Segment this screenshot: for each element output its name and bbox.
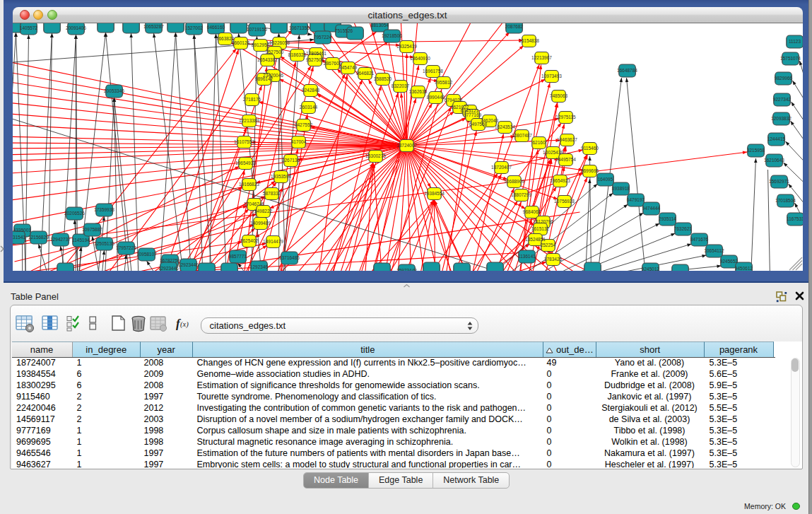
svg-text:16210643: 16210643	[764, 158, 784, 163]
svg-text:164095: 164095	[597, 177, 613, 182]
svg-text:20091406: 20091406	[66, 25, 86, 30]
svg-text:(x): (x)	[180, 320, 189, 329]
svg-text:6479197: 6479197	[626, 197, 645, 202]
svg-text:15692971: 15692971	[769, 179, 789, 184]
svg-text:19384554: 19384554	[424, 191, 445, 196]
svg-text:9474444: 9474444	[642, 206, 660, 211]
svg-text:1615132: 1615132	[531, 226, 549, 231]
svg-text:12213967: 12213967	[531, 55, 552, 60]
svg-text:8471676: 8471676	[690, 237, 708, 242]
svg-text:15923448: 15923448	[396, 268, 417, 271]
svg-text:11123: 11123	[788, 39, 800, 44]
svg-text:8660124: 8660124	[231, 40, 249, 45]
svg-text:9699695: 9699695	[580, 168, 599, 173]
svg-text:16154838: 16154838	[519, 38, 539, 43]
svg-text:9646821: 9646821	[355, 71, 374, 76]
svg-text:10807487: 10807487	[512, 133, 532, 138]
svg-text:14914479: 14914479	[263, 239, 283, 244]
svg-text:9896142: 9896142	[254, 76, 273, 81]
svg-text:18720407: 18720407	[491, 165, 512, 170]
svg-text:19654933: 19654933	[235, 160, 256, 165]
svg-text:14325419: 14325419	[396, 44, 417, 49]
svg-text:9829966: 9829966	[774, 76, 792, 81]
svg-text:252254: 252254	[540, 243, 555, 247]
svg-text:16961758: 16961758	[423, 69, 443, 74]
svg-text:19463627: 19463627	[557, 137, 577, 142]
svg-text:10654112: 10654112	[704, 248, 724, 253]
svg-text:5878332: 5878332	[262, 191, 281, 196]
svg-text:1136141: 1136141	[518, 254, 536, 259]
svg-text:8454749: 8454749	[339, 65, 357, 70]
svg-text:10973493: 10973493	[541, 74, 562, 78]
svg-text:7625402: 7625402	[240, 238, 258, 243]
svg-text:12975115: 12975115	[555, 115, 576, 119]
svg-text:17957223: 17957223	[116, 245, 136, 250]
svg-text:2087682: 2087682	[505, 24, 523, 29]
svg-text:20206526: 20206526	[64, 211, 85, 216]
svg-text:4335001: 4335001	[13, 228, 31, 233]
svg-text:9245012: 9245012	[641, 267, 659, 271]
svg-text:17046746: 17046746	[244, 201, 264, 206]
svg-text:20053346: 20053346	[104, 88, 124, 93]
svg-text:10756928: 10756928	[554, 199, 575, 204]
svg-text:1405572: 1405572	[19, 25, 37, 30]
svg-text:2718176: 2718176	[242, 97, 261, 102]
svg-text:1527002: 1527002	[184, 25, 203, 30]
svg-text:16782759: 16782759	[160, 258, 180, 263]
svg-text:1292346: 1292346	[249, 264, 268, 269]
svg-text:1783426: 1783426	[543, 257, 562, 262]
svg-text:18640910: 18640910	[410, 56, 430, 61]
svg-text:12213389: 12213389	[239, 118, 259, 123]
svg-text:16648784: 16648784	[617, 68, 637, 73]
svg-text:17359938: 17359938	[94, 207, 114, 212]
svg-text:12942737: 12942737	[50, 237, 71, 242]
svg-text:7485063: 7485063	[549, 93, 567, 98]
svg-text:8322037: 8322037	[391, 83, 409, 88]
svg-text:417004: 417004	[290, 139, 306, 144]
svg-text:16543382: 16543382	[257, 57, 278, 62]
svg-text:15300275: 15300275	[365, 153, 386, 158]
svg-text:8427552: 8427552	[294, 122, 312, 127]
svg-text:1244415: 1244415	[767, 136, 785, 141]
svg-text:13226058: 13226058	[269, 40, 290, 45]
svg-text:12093832: 12093832	[771, 116, 792, 121]
svg-text:9242848: 9242848	[301, 88, 319, 93]
svg-text:19218506: 19218506	[382, 33, 402, 38]
svg-text:2603144: 2603144	[299, 105, 317, 110]
svg-text:8813054: 8813054	[370, 23, 389, 28]
svg-text:8912954: 8912954	[251, 42, 269, 47]
svg-text:18724007: 18724007	[396, 143, 417, 148]
svg-text:10025438: 10025438	[543, 150, 563, 155]
svg-text:9527508: 9527508	[305, 57, 324, 62]
svg-text:9450612: 9450612	[734, 266, 753, 271]
svg-text:7462043: 7462043	[480, 118, 498, 123]
svg-text:3931541: 3931541	[13, 235, 26, 240]
svg-text:5498222: 5498222	[254, 209, 272, 214]
svg-text:18807299: 18807299	[511, 192, 531, 197]
svg-text:2935114: 2935114	[659, 216, 676, 221]
svg-text:10958107: 10958107	[136, 252, 157, 257]
svg-text:16243534: 16243534	[495, 124, 515, 129]
svg-text:6794028: 6794028	[444, 98, 462, 103]
svg-text:7955812: 7955812	[434, 80, 452, 85]
svg-text:17805461: 17805461	[306, 51, 326, 56]
svg-text:10975887: 10975887	[82, 227, 102, 232]
svg-text:9857771: 9857771	[228, 254, 247, 259]
svg-text:14495754: 14495754	[555, 157, 576, 162]
svg-text:10688909: 10688909	[504, 179, 524, 184]
svg-text:13524851: 13524851	[525, 237, 546, 242]
svg-text:12923446: 12923446	[158, 266, 179, 271]
svg-text:13716485: 13716485	[279, 255, 300, 260]
svg-text:6466160: 6466160	[206, 25, 225, 30]
svg-text:19353594: 19353594	[271, 174, 291, 179]
svg-text:1588520: 1588520	[373, 76, 392, 81]
svg-text:16107553: 16107553	[234, 139, 254, 144]
svg-text:3215958: 3215958	[746, 148, 765, 153]
svg-text:3267130: 3267130	[281, 158, 300, 163]
svg-text:9227342: 9227342	[772, 97, 791, 102]
svg-text:17018504: 17018504	[775, 198, 796, 203]
svg-text:12505135: 12505135	[94, 241, 114, 246]
svg-text:8186328: 8186328	[288, 52, 306, 57]
svg-text:9527500: 9527500	[265, 49, 283, 54]
svg-text:19166823: 19166823	[239, 182, 259, 187]
